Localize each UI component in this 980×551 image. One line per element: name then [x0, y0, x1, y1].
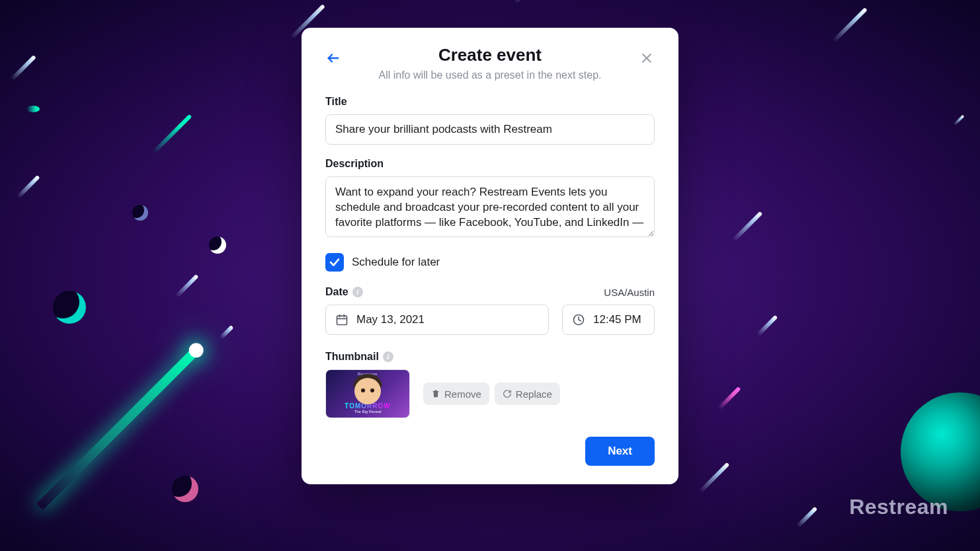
arrow-left-icon [326, 51, 341, 65]
time-value: 12:45 PM [593, 313, 641, 326]
modal-title: Create event [325, 45, 655, 65]
trash-icon [431, 389, 440, 398]
info-icon: i [383, 351, 393, 362]
schedule-row: Schedule for later [325, 253, 655, 272]
timezone-text: USA/Austin [604, 287, 655, 298]
title-input[interactable] [325, 114, 655, 145]
title-section: Title [325, 96, 655, 145]
thumbnail-sub: The Big Reveal [354, 410, 381, 414]
remove-thumbnail-button[interactable]: Remove [423, 383, 489, 405]
description-label: Description [325, 158, 655, 170]
modal-header: Create event All info will be used as a … [325, 45, 655, 81]
date-picker[interactable]: May 13, 2021 [325, 305, 549, 335]
close-icon [640, 52, 653, 65]
schedule-checkbox[interactable] [325, 253, 344, 272]
svg-rect-3 [337, 316, 347, 324]
close-button[interactable] [635, 46, 659, 70]
modal-subtitle: All info will be used as a preset in the… [325, 69, 655, 81]
date-section: Date i USA/Austin May 13, 2021 12:45 PM [325, 286, 655, 335]
modal-footer: Next [325, 437, 655, 466]
date-value: May 13, 2021 [356, 313, 425, 326]
refresh-icon [503, 389, 512, 398]
replace-thumbnail-button[interactable]: Replace [495, 383, 560, 405]
info-icon: i [352, 287, 363, 297]
schedule-label: Schedule for later [352, 256, 440, 269]
check-icon [329, 256, 341, 268]
title-label: Title [325, 96, 655, 108]
brand-watermark: Restream [849, 495, 948, 519]
next-button[interactable]: Next [585, 437, 655, 466]
calendar-icon [335, 313, 348, 326]
clock-icon [572, 313, 585, 326]
date-label: Date i [325, 286, 363, 298]
back-button[interactable] [321, 46, 345, 70]
time-picker[interactable]: 12:45 PM [562, 305, 655, 335]
thumbnail-label: Thumbnail i [325, 351, 655, 363]
description-textarea[interactable] [325, 176, 655, 237]
description-section: Description [325, 158, 655, 240]
create-event-modal: Create event All info will be used as a … [302, 28, 678, 484]
thumbnail-section: Thumbnail i Restream TOMORROW The Big Re… [325, 351, 655, 418]
thumbnail-preview[interactable]: Restream TOMORROW The Big Reveal [325, 369, 410, 418]
